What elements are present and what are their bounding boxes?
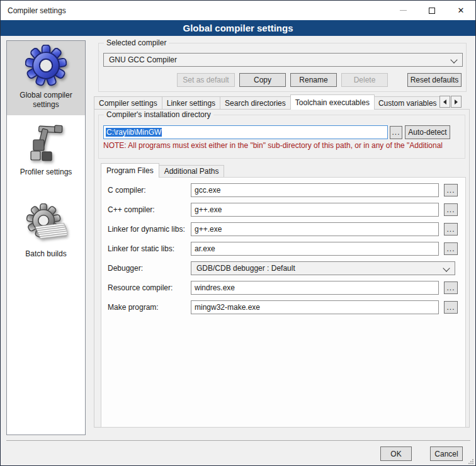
ok-button[interactable]: OK bbox=[380, 446, 412, 461]
selected-compiler-group-label: Selected compiler bbox=[104, 38, 169, 47]
program-files-notebook: Program Files Additional Paths C compile… bbox=[101, 163, 466, 428]
cpp-compiler-browse-button[interactable]: ... bbox=[444, 203, 458, 216]
compiler-buttons-row: Set as default Copy Rename Delete Reset … bbox=[177, 73, 462, 87]
chevron-down-icon bbox=[443, 264, 450, 271]
debugger-label: Debugger: bbox=[108, 264, 191, 273]
maximize-button[interactable] bbox=[417, 1, 446, 20]
resource-compiler-row: Resource compiler: ... bbox=[108, 281, 465, 295]
tab-custom-variables[interactable]: Custom variables bbox=[374, 96, 439, 110]
installation-directory-group: Compiler's installation directory C:\ray… bbox=[98, 115, 465, 159]
arrow-right-icon bbox=[455, 99, 458, 105]
minimize-icon bbox=[400, 10, 407, 11]
tab-scroll-left-button[interactable] bbox=[439, 96, 450, 108]
debugger-select[interactable]: GDB/CDB debugger : Default bbox=[191, 261, 455, 275]
sidebar-item-batch-builds[interactable]: Batch builds bbox=[7, 202, 85, 271]
minimize-button[interactable] bbox=[388, 1, 417, 20]
selected-compiler-group: Selected compiler GNU GCC Compiler Set a… bbox=[98, 43, 467, 92]
bin-subdirectory-note: NOTE: All programs must exist either in … bbox=[103, 141, 463, 150]
sidebar-item-label: Global compiler settings bbox=[7, 91, 85, 110]
linker-static-label: Linker for static libs: bbox=[108, 244, 191, 253]
debugger-row: Debugger: GDB/CDB debugger : Default bbox=[108, 261, 465, 275]
tab-search-directories[interactable]: Search directories bbox=[220, 96, 291, 110]
dialog-banner: Global compiler settings bbox=[1, 20, 475, 36]
linker-dynamic-row: Linker for dynamic libs: ... bbox=[108, 222, 465, 236]
installation-directory-group-label: Compiler's installation directory bbox=[104, 110, 213, 119]
make-program-input[interactable] bbox=[191, 300, 439, 314]
resize-grip[interactable] bbox=[468, 458, 474, 466]
tab-compiler-settings[interactable]: Compiler settings bbox=[94, 96, 162, 110]
c-compiler-label: C compiler: bbox=[108, 186, 191, 195]
set-as-default-button[interactable]: Set as default bbox=[177, 73, 235, 87]
footer-divider bbox=[6, 440, 470, 441]
program-files-tab-strip: Program Files Additional Paths bbox=[101, 163, 466, 178]
installation-directory-row: C:\raylib\MinGW ... Auto-detect bbox=[103, 125, 450, 139]
gear-blue-icon bbox=[25, 45, 67, 88]
linker-dynamic-input[interactable] bbox=[191, 222, 439, 236]
toolchain-executables-page: Compiler's installation directory C:\ray… bbox=[94, 109, 470, 428]
make-program-row: Make program: ... bbox=[108, 300, 465, 314]
linker-dynamic-label: Linker for dynamic libs: bbox=[108, 225, 191, 234]
linker-static-input[interactable] bbox=[191, 242, 439, 256]
linker-static-browse-button[interactable]: ... bbox=[444, 242, 458, 255]
compiler-select[interactable]: GNU GCC Compiler bbox=[103, 53, 463, 67]
tab-linker-settings[interactable]: Linker settings bbox=[162, 96, 220, 110]
cpp-compiler-input[interactable] bbox=[191, 203, 439, 217]
compiler-settings-dialog: Compiler settings ✕ Global compiler sett… bbox=[0, 0, 476, 466]
settings-category-list: Global compiler settings Profiler settin… bbox=[6, 40, 86, 435]
caption-buttons: ✕ bbox=[388, 1, 475, 20]
close-button[interactable]: ✕ bbox=[446, 1, 475, 20]
caliper-icon bbox=[25, 122, 67, 165]
sidebar-item-profiler-settings[interactable]: Profiler settings bbox=[7, 115, 85, 185]
cpp-compiler-label: C++ compiler: bbox=[108, 205, 191, 214]
make-program-label: Make program: bbox=[108, 303, 191, 312]
resource-compiler-input[interactable] bbox=[191, 281, 439, 295]
tab-toolchain-executables[interactable]: Toolchain executables bbox=[290, 94, 375, 110]
title-bar[interactable]: Compiler settings ✕ bbox=[1, 1, 475, 20]
debugger-select-value: GDB/CDB debugger : Default bbox=[196, 264, 295, 273]
cpp-compiler-row: C++ compiler: ... bbox=[108, 203, 465, 217]
maximize-icon bbox=[429, 8, 435, 14]
auto-detect-button[interactable]: Auto-detect bbox=[405, 125, 450, 139]
installation-dir-input[interactable]: C:\raylib\MinGW bbox=[103, 125, 388, 139]
c-compiler-browse-button[interactable]: ... bbox=[444, 184, 458, 196]
close-icon: ✕ bbox=[458, 6, 465, 15]
sidebar-item-label: Batch builds bbox=[25, 249, 66, 259]
sidebar-item-label: Profiler settings bbox=[20, 168, 72, 177]
installation-dir-selected-text: C:\raylib\MinGW bbox=[106, 128, 162, 137]
cancel-button[interactable]: Cancel bbox=[430, 446, 463, 461]
window-title: Compiler settings bbox=[1, 6, 66, 15]
c-compiler-input[interactable] bbox=[191, 183, 439, 197]
make-program-browse-button[interactable]: ... bbox=[444, 301, 458, 314]
program-files-page: C compiler: ... C++ compiler: ... Linker… bbox=[101, 177, 466, 428]
rename-button[interactable]: Rename bbox=[290, 73, 337, 87]
linker-static-row: Linker for static libs: ... bbox=[108, 242, 465, 256]
sidebar-item-global-compiler-settings[interactable]: Global compiler settings bbox=[7, 41, 85, 115]
compiler-select-value: GNU GCC Compiler bbox=[109, 55, 177, 64]
chevron-down-icon bbox=[450, 56, 457, 63]
tab-scroll-right-button[interactable] bbox=[451, 96, 462, 108]
tab-program-files[interactable]: Program Files bbox=[101, 163, 159, 178]
gear-stack-icon bbox=[25, 203, 67, 247]
delete-button[interactable]: Delete bbox=[341, 73, 388, 87]
installation-dir-browse-button[interactable]: ... bbox=[390, 126, 402, 139]
arrow-left-icon bbox=[443, 99, 446, 105]
linker-dynamic-browse-button[interactable]: ... bbox=[444, 223, 458, 236]
settings-tab-strip: Compiler settings Linker settings Search… bbox=[94, 94, 439, 110]
reset-defaults-button[interactable]: Reset defaults bbox=[407, 73, 462, 87]
c-compiler-row: C compiler: ... bbox=[108, 183, 465, 197]
tab-additional-paths[interactable]: Additional Paths bbox=[159, 165, 225, 178]
banner-title: Global compiler settings bbox=[183, 23, 293, 33]
resource-compiler-browse-button[interactable]: ... bbox=[444, 281, 458, 294]
resource-compiler-label: Resource compiler: bbox=[108, 283, 191, 292]
copy-button[interactable]: Copy bbox=[239, 73, 286, 87]
